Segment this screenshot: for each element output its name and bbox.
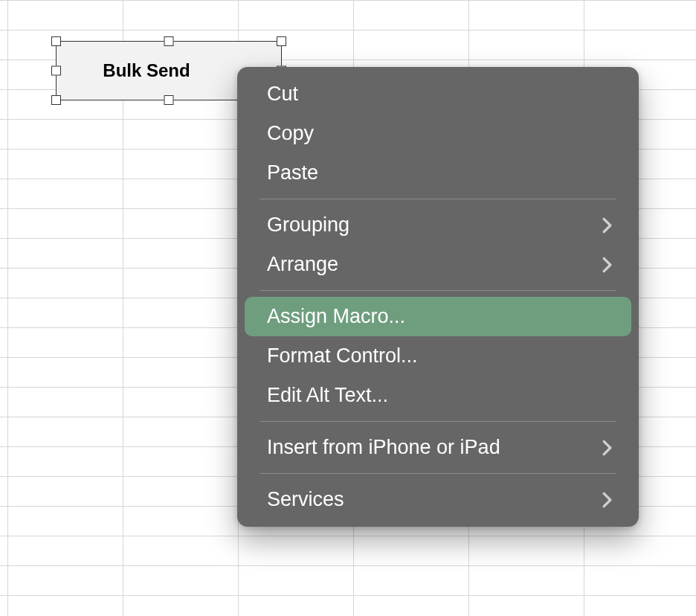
menu-item-edit-alt-text[interactable]: Edit Alt Text... [245, 376, 631, 415]
context-menu: Cut Copy Paste Grouping Arrange Assign M… [237, 67, 639, 527]
menu-item-label: Services [267, 488, 344, 511]
menu-separator [260, 199, 616, 199]
chevron-right-icon [602, 217, 612, 234]
menu-item-label: Paste [267, 161, 318, 185]
menu-item-format-control[interactable]: Format Control... [245, 336, 631, 376]
menu-item-copy[interactable]: Copy [245, 114, 631, 153]
grid-line [0, 0, 696, 1]
grid-line [0, 30, 696, 31]
selection-handle-middle-left[interactable] [51, 66, 61, 76]
menu-item-arrange[interactable]: Arrange [245, 245, 631, 284]
menu-separator [260, 473, 616, 474]
selection-handle-bottom-middle[interactable] [164, 95, 174, 105]
menu-item-services[interactable]: Services [245, 480, 631, 519]
form-button-label: Bulk Send [103, 60, 190, 81]
menu-item-cut[interactable]: Cut [245, 74, 631, 114]
grid-line [0, 595, 696, 596]
grid-line [0, 565, 696, 566]
menu-item-label: Edit Alt Text... [267, 384, 388, 407]
menu-separator [260, 421, 616, 422]
selection-handle-top-left[interactable] [51, 36, 61, 46]
menu-item-label: Format Control... [267, 344, 418, 368]
selection-handle-top-right[interactable] [277, 36, 286, 46]
grid-line [0, 536, 696, 536]
menu-item-label: Arrange [267, 253, 338, 276]
selection-handle-bottom-left[interactable] [51, 95, 61, 105]
menu-item-label: Assign Macro... [267, 305, 405, 328]
menu-item-assign-macro[interactable]: Assign Macro... [245, 297, 631, 336]
menu-item-grouping[interactable]: Grouping [245, 205, 631, 245]
menu-item-label: Cut [267, 83, 298, 106]
selection-handle-top-middle[interactable] [164, 36, 174, 46]
chevron-right-icon [602, 492, 612, 508]
menu-item-label: Copy [267, 122, 314, 145]
chevron-right-icon [602, 257, 612, 273]
menu-item-insert-from-iphone[interactable]: Insert from iPhone or iPad [245, 428, 631, 467]
menu-separator [260, 290, 616, 291]
menu-item-paste[interactable]: Paste [245, 153, 631, 193]
menu-item-label: Grouping [267, 214, 349, 237]
menu-item-label: Insert from iPhone or iPad [267, 436, 500, 459]
grid-line [7, 0, 8, 616]
chevron-right-icon [602, 440, 612, 456]
